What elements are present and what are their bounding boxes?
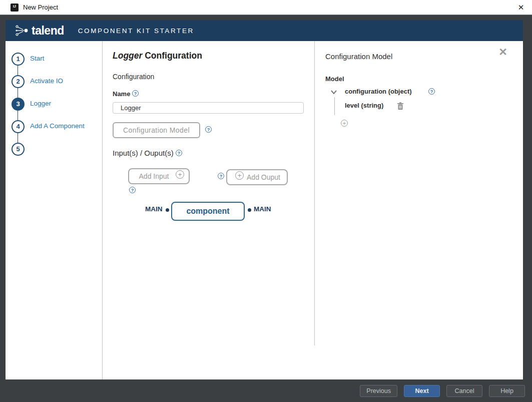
panel-divider <box>314 41 315 345</box>
tree-node-configuration[interactable]: configuration (object) <box>345 88 412 95</box>
window-titlebar: IJ New Project ✕ <box>0 0 532 15</box>
connector-dot-right <box>248 208 251 212</box>
name-label-text: Name <box>113 90 130 98</box>
tree-indent-line <box>334 97 335 115</box>
close-icon[interactable]: ✕ <box>496 45 510 59</box>
name-input[interactable] <box>113 102 304 114</box>
talend-logo: talend <box>14 24 64 38</box>
step-circle-5[interactable]: 5 <box>12 143 25 156</box>
help-icon[interactable]: ? <box>129 187 136 193</box>
sidebar-item-add-a-component[interactable]: Add A Component <box>30 122 85 130</box>
wizard-title: COMPONENT KIT STARTER <box>78 27 194 35</box>
trash-icon[interactable] <box>397 102 404 110</box>
sidebar-item-activate-io[interactable]: Activate IO <box>30 77 63 85</box>
add-output-button[interactable]: + Add Ouput <box>226 169 288 185</box>
add-output-label: Add Ouput <box>247 173 280 181</box>
help-icon[interactable]: ? <box>428 88 435 95</box>
inputs-outputs-label: Input(s) / Ouput(s) ? <box>113 149 182 157</box>
sidebar-item-start[interactable]: Start <box>30 55 45 62</box>
help-icon[interactable]: ? <box>218 173 224 179</box>
step-circle-4[interactable]: 4 <box>12 120 25 133</box>
page-title-emphasis: Logger <box>113 51 142 61</box>
wizard-body: 1 Start 2 Activate IO 3 Logger 4 Add A C… <box>6 41 523 379</box>
cancel-button[interactable]: Cancel <box>446 385 482 397</box>
model-label: Model <box>325 75 344 83</box>
chevron-down-icon[interactable] <box>330 90 337 95</box>
help-button[interactable]: Help <box>489 385 525 397</box>
plus-icon: + <box>235 171 244 180</box>
add-input-label: Add Input <box>139 172 169 180</box>
page-title: Logger Configuration <box>113 51 202 61</box>
page-title-rest: Configuration <box>142 51 202 61</box>
help-icon[interactable]: ? <box>205 126 212 133</box>
window-close-icon[interactable]: ✕ <box>513 0 529 15</box>
add-input-button[interactable]: Add Input + <box>128 168 190 184</box>
connector-dot-left <box>166 208 169 212</box>
next-button[interactable]: Next <box>404 385 440 397</box>
main-port-label-left: MAIN <box>145 205 163 213</box>
talend-logo-icon <box>14 24 30 38</box>
previous-button[interactable]: Previous <box>360 385 397 397</box>
step-circle-3[interactable]: 3 <box>12 98 25 111</box>
dialog-footer: Previous Next Cancel Help <box>0 379 532 402</box>
plus-icon: + <box>176 170 184 179</box>
sidebar-item-logger[interactable]: Logger <box>30 100 51 107</box>
component-box[interactable]: component <box>171 202 245 221</box>
name-field-label: Name ? <box>113 90 139 98</box>
help-icon[interactable]: ? <box>176 150 182 156</box>
inputs-outputs-label-text: Input(s) / Ouput(s) <box>113 149 174 157</box>
main-port-label-right: MAIN <box>254 205 271 213</box>
app-icon: IJ <box>11 4 19 12</box>
configuration-section-label: Configuration <box>113 73 154 81</box>
brand-name: talend <box>32 24 64 38</box>
step-circle-1[interactable]: 1 <box>12 53 25 66</box>
brand-header: talend COMPONENT KIT STARTER <box>6 20 523 41</box>
window-title: New Project <box>23 0 58 15</box>
configuration-model-button[interactable]: Configuration Model <box>113 122 200 138</box>
add-node-icon[interactable]: + <box>341 120 348 127</box>
steps-sidebar: 1 Start 2 Activate IO 3 Logger 4 Add A C… <box>6 41 103 379</box>
step-circle-2[interactable]: 2 <box>12 75 25 88</box>
help-icon[interactable]: ? <box>132 90 139 97</box>
tree-node-level[interactable]: level (string) <box>345 102 383 109</box>
config-model-panel-title: Configuration Model <box>325 52 392 61</box>
